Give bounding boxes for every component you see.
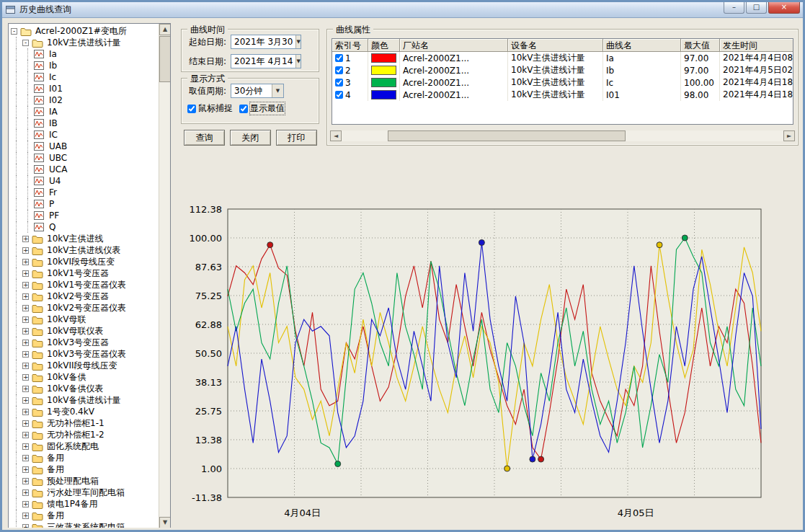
curve-visible-checkbox[interactable] [335, 91, 343, 99]
expand-icon[interactable]: + [22, 328, 29, 334]
expand-icon[interactable]: + [22, 374, 29, 381]
tree-item-signal[interactable]: P [11, 198, 158, 210]
expand-icon[interactable]: + [22, 420, 29, 427]
tree-item-signal[interactable]: UBC [11, 152, 158, 164]
tree-item-root[interactable]: -Acrel-2000Z1#变电所 [11, 25, 158, 37]
expand-icon[interactable]: + [22, 340, 29, 346]
expand-icon[interactable]: + [22, 443, 29, 450]
column-header[interactable]: 最大值 [681, 39, 720, 52]
column-header[interactable]: 设备名 [508, 39, 603, 52]
titlebar[interactable]: 历史曲线查询 – □ × [2, 2, 803, 18]
period-select[interactable]: 30分钟 ▼ [231, 84, 284, 98]
tree-scrollbar-thumb[interactable] [159, 36, 171, 82]
column-header[interactable]: 曲线名 [603, 39, 681, 52]
tree-item-folder[interactable]: +10kV备供仪表 [11, 383, 158, 394]
tree-item-signal[interactable]: IA [11, 106, 158, 118]
curve-table-hscrollbar[interactable]: ◄ ► [330, 130, 795, 141]
column-header[interactable]: 厂站名 [400, 39, 508, 52]
start-date-select[interactable]: 2021年 3月30 ▼ [231, 35, 301, 49]
tree-item-folder[interactable]: +10kV备供 [11, 371, 158, 383]
tree-item-signal[interactable]: Q [11, 221, 158, 233]
tree-item-folder[interactable]: +10kV1号变压器仪表 [11, 279, 158, 291]
tree-item-folder[interactable]: +备用 [11, 452, 158, 464]
tree-item-folder[interactable]: +馈电1P4备用 [11, 498, 158, 510]
tree-item-folder[interactable]: +1号变0.4kV [11, 406, 158, 417]
tree-item-folder[interactable]: +三效蒸发系统配电箱 [11, 521, 158, 528]
tree-item-folder[interactable]: +10kVII段母线压变 [11, 360, 158, 371]
tree-item-signal[interactable]: U4 [11, 175, 158, 187]
curve-visible-checkbox[interactable] [335, 79, 343, 87]
tree-item-folder[interactable]: +10kV主供进线 [11, 233, 158, 244]
expand-icon[interactable]: + [22, 524, 29, 528]
scroll-down-icon[interactable]: ▼ [159, 517, 171, 528]
expand-icon[interactable]: + [22, 397, 29, 404]
table-row[interactable]: 3Acrel-2000Z1...10kV主供进线计量Ic100.002021年4… [332, 76, 793, 89]
expand-icon[interactable]: + [22, 247, 29, 254]
expand-icon[interactable]: + [22, 501, 29, 507]
close-button[interactable]: 关闭 [230, 130, 271, 146]
expand-icon[interactable]: + [22, 270, 29, 277]
table-row[interactable]: 4Acrel-2000Z1...10kV主供进线计量I0198.002021年4… [332, 89, 793, 101]
tree-item-folder[interactable]: +10kV备供进线计量 [11, 394, 158, 406]
expand-icon[interactable]: + [22, 466, 29, 473]
expand-icon[interactable]: + [22, 513, 29, 519]
tree-item-folder[interactable]: +10kV主供进线仪表 [11, 244, 158, 256]
tree-item-measure-folder[interactable]: -10kV主供进线计量 [11, 37, 158, 48]
tree-item-signal[interactable]: UCA [11, 164, 158, 175]
tree-view[interactable]: -Acrel-2000Z1#变电所-10kV主供进线计量IaIbIcI01I02… [9, 25, 158, 528]
curve-visible-checkbox[interactable] [335, 66, 343, 74]
tree-item-signal[interactable]: I02 [11, 94, 158, 106]
close-icon[interactable]: × [768, 2, 800, 14]
expand-icon[interactable]: + [22, 363, 29, 369]
tree-item-signal[interactable]: Ia [11, 48, 158, 60]
tree-item-folder[interactable]: +污水处理车间配电箱 [11, 487, 158, 498]
tree-item-folder[interactable]: +10kVI段母线压变 [11, 256, 158, 267]
tree-item-signal[interactable]: Fr [11, 187, 158, 198]
print-button[interactable]: 打印 [276, 130, 317, 146]
scroll-up-icon[interactable]: ▲ [159, 24, 171, 35]
tree-item-folder[interactable]: +10kV2号变压器仪表 [11, 302, 158, 314]
tree-item-signal[interactable]: IB [11, 118, 158, 129]
table-row[interactable]: 2Acrel-2000Z1...10kV主供进线计量Ib97.002021年4月… [332, 64, 793, 76]
chevron-down-icon[interactable]: ▼ [295, 35, 301, 48]
expand-icon[interactable]: + [22, 305, 29, 311]
expand-icon[interactable]: + [22, 489, 29, 496]
tree-item-folder[interactable]: +10kV母联 [11, 314, 158, 325]
tree-item-folder[interactable]: +10kV2号变压器 [11, 291, 158, 302]
tree-item-folder[interactable]: +无功补偿柜1-1 [11, 417, 158, 429]
table-row[interactable]: 1Acrel-2000Z1...10kV主供进线计量Ia97.002021年4月… [332, 52, 793, 64]
expand-icon[interactable]: + [22, 455, 29, 461]
chevron-down-icon[interactable]: ▼ [272, 84, 283, 97]
tree-item-signal[interactable]: PF [11, 210, 158, 221]
show-extremes-input[interactable] [239, 105, 248, 113]
tree-item-signal[interactable]: I01 [11, 83, 158, 94]
maximize-button[interactable]: □ [746, 2, 767, 14]
tree-item-folder[interactable]: +10kV3号变压器 [11, 337, 158, 348]
minimize-button[interactable]: – [724, 2, 744, 14]
query-button[interactable]: 查询 [184, 130, 225, 146]
tree-item-signal[interactable]: IC [11, 129, 158, 141]
expand-icon[interactable]: + [22, 236, 29, 242]
expand-icon[interactable]: + [22, 409, 29, 415]
tree-scrollbar[interactable]: ▲ ▼ [159, 24, 170, 528]
tree-item-folder[interactable]: +备用 [11, 510, 158, 521]
collapse-icon[interactable]: - [22, 40, 29, 46]
scroll-left-icon[interactable]: ◄ [330, 130, 342, 141]
tree-item-folder[interactable]: +固化系统配电 [11, 440, 158, 452]
end-date-select[interactable]: 2021年 4月14 ▼ [231, 54, 301, 68]
hscroll-track[interactable] [342, 130, 783, 141]
tree-item-folder[interactable]: +10kV母联仪表 [11, 325, 158, 337]
chevron-down-icon[interactable]: ▼ [295, 55, 301, 68]
expand-icon[interactable]: + [22, 432, 29, 438]
tree-item-folder[interactable]: +10kV3号变压器仪表 [11, 348, 158, 360]
tree-item-folder[interactable]: +备用 [11, 464, 158, 475]
hscroll-thumb[interactable] [388, 130, 626, 141]
tree-item-signal[interactable]: Ic [11, 71, 158, 83]
expand-icon[interactable]: + [22, 259, 29, 265]
expand-icon[interactable]: + [22, 386, 29, 392]
expand-icon[interactable]: + [22, 282, 29, 288]
tree-item-folder[interactable]: +10kV1号变压器 [11, 267, 158, 279]
tree-item-signal[interactable]: Ib [11, 60, 158, 71]
tree-item-folder[interactable]: +无功补偿柜1-2 [11, 429, 158, 440]
expand-icon[interactable]: + [22, 293, 29, 300]
